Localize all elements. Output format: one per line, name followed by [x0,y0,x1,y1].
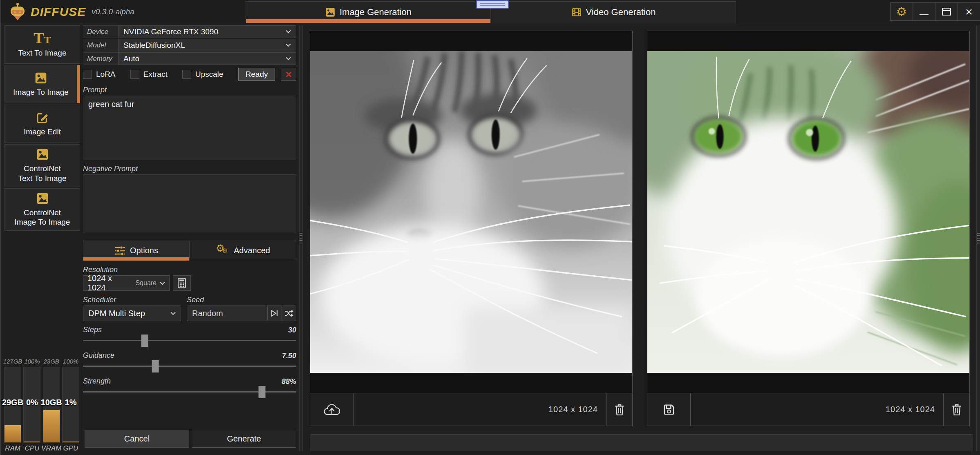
seed-reuse-button[interactable] [267,306,282,321]
red-x-icon: × [285,68,291,81]
lora-checkbox[interactable] [83,70,92,79]
image-icon [36,192,49,205]
window-drag-handle[interactable] [476,0,509,9]
extract-checkbox[interactable] [130,70,139,79]
upload-image-button[interactable] [310,393,354,426]
titlebar: DIFFUSE v0.3.0-alpha Image Generation Vi… [1,0,980,23]
tab-video-generation[interactable]: Video Generation [491,1,736,23]
negative-prompt-label: Negative Prompt [83,165,296,174]
cancel-button[interactable]: Cancel [85,430,189,448]
maximize-button[interactable] [935,2,958,21]
film-icon [571,7,582,18]
strength-slider[interactable] [83,386,296,398]
tab-options[interactable]: Options [83,241,190,260]
splitter-grip-icon [977,233,980,243]
chevron-down-icon [286,43,291,47]
reuse-last-seed-icon [271,309,279,317]
diffuse-app-window: { "app": { "name": "DIFFUSE", "version":… [0,0,980,455]
source-image-size: 1024 x 1024 [548,405,598,414]
history-thumbnail-strip[interactable] [310,434,973,451]
prompt-input[interactable]: green cat fur [83,96,296,160]
negative-prompt-input[interactable] [83,174,296,232]
model-row: Model StableDiffusionXL [83,39,296,51]
result-image-card: 1024 x 1024 [647,31,970,426]
seed-randomize-button[interactable] [282,306,296,321]
source-image[interactable] [310,31,632,393]
memory-select[interactable]: Auto [118,52,296,65]
steps-slider[interactable] [83,335,296,347]
device-row: Device NVIDIA GeForce RTX 3090 [83,25,296,38]
meter-gpu: 100% 1% GPU [62,358,80,453]
generate-button[interactable]: Generate [192,430,296,448]
app-logo: DIFFUSE v0.3.0-alpha [9,2,134,21]
sidebar-item-image-edit[interactable]: Image Edit [4,105,80,143]
panel-splitter[interactable] [299,25,303,451]
chevron-down-icon [286,30,291,33]
chevron-down-icon [170,312,176,315]
trash-icon [951,404,962,416]
result-image-footer: 1024 x 1024 [647,393,969,426]
mode-sidebar: TT Text To Image Image To Image Image Ed… [4,25,80,231]
sidebar-item-text-to-image[interactable]: TT Text To Image [4,25,80,64]
meter-vram: 23GB 10GB VRAM [43,358,60,453]
seed-input[interactable]: Random [187,306,268,321]
right-edge-splitter[interactable] [976,25,980,451]
result-image-size: 1024 x 1024 [886,405,935,414]
close-button[interactable]: × [958,2,980,21]
splitter-grip-icon [300,233,302,243]
meter-bar: 10GB [43,367,60,443]
strength-header: Strength 88% [83,376,296,386]
model-select[interactable]: StableDiffusionXL [118,39,296,51]
steps-header: Steps 30 [83,325,296,335]
close-icon: × [965,6,973,18]
delete-result-image-button[interactable] [943,393,969,426]
scheduler-label: Scheduler [83,296,181,305]
save-image-button[interactable] [647,393,691,426]
abort-button[interactable]: × [281,68,296,81]
app-version: v0.3.0-alpha [92,7,134,16]
prompt-label: Prompt [83,86,296,95]
delete-source-image-button[interactable] [606,393,632,426]
device-label: Device [83,25,118,38]
scheduler-select[interactable]: DPM Multi Step [83,306,181,321]
lora-label: LoRA [96,70,116,79]
slider-thumb[interactable] [141,335,148,347]
sidebar-item-controlnet-text-to-image[interactable]: ControlNet Text To Image [4,144,80,187]
resolution-calculator-button[interactable] [173,275,191,291]
gears-icon: ⚙⚙ [216,244,230,256]
chevron-down-icon [160,281,165,285]
result-image[interactable] [647,31,969,393]
image-workspace: 1024 x 1024 [306,25,976,452]
minimize-button[interactable] [913,2,935,21]
steps-label: Steps [83,326,102,335]
meter-bar: 1% [62,367,79,443]
image-icon [36,148,49,161]
generation-controls-panel: Device NVIDIA GeForce RTX 3090 Model Sta… [83,25,296,448]
status-badge[interactable]: Ready [238,68,275,81]
tab-image-generation[interactable]: Image Generation [246,1,491,23]
scheduler-seed-row: DPM Multi Step Random [83,306,296,321]
memory-label: Memory [83,52,118,65]
save-floppy-icon [663,404,675,416]
edit-pencil-icon [36,111,49,124]
guidance-slider[interactable] [83,360,296,372]
slider-thumb[interactable] [259,386,266,398]
source-image-footer: 1024 x 1024 [310,393,632,426]
sidebar-item-controlnet-image-to-image[interactable]: ControlNet Image To Image [4,188,80,231]
settings-gear-icon: ⚙ [896,6,907,18]
settings-button[interactable]: ⚙ [890,2,913,21]
steps-value: 30 [288,326,296,335]
slider-thumb[interactable] [152,360,159,372]
upscale-checkbox[interactable] [182,70,191,79]
memory-row: Memory Auto [83,52,296,65]
resolution-select[interactable]: 1024 x 1024 Square [83,275,170,291]
tab-advanced[interactable]: ⚙⚙ Advanced [190,241,296,260]
meter-cpu: 100% 0% CPU [23,358,41,453]
sidebar-item-image-to-image[interactable]: Image To Image [4,65,80,103]
extract-label: Extract [143,70,168,79]
window-controls: ⚙ × [891,2,980,21]
resource-meters: 127GB 29GB RAM 100% 0% CPU 23GB 10GB VRA… [4,358,80,453]
device-select[interactable]: NVIDIA GeForce RTX 3090 [118,25,296,38]
minimize-icon [920,14,929,15]
trash-icon [614,404,625,416]
